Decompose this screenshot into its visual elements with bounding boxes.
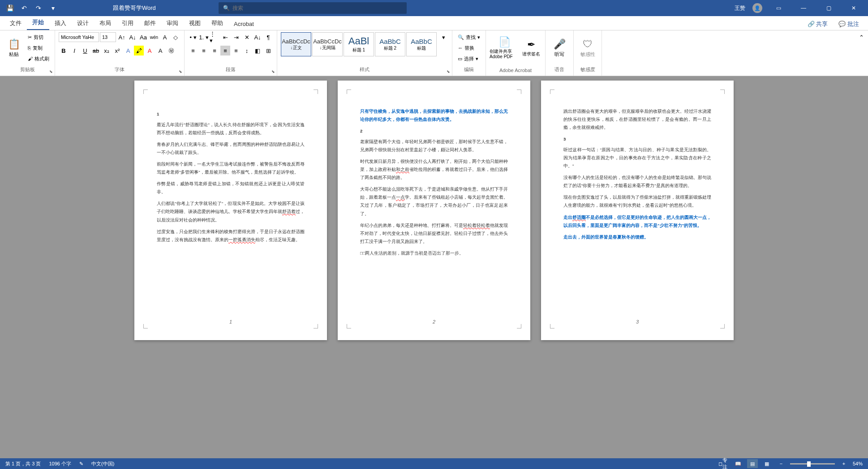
align-right-icon[interactable]: ≡ bbox=[210, 46, 219, 55]
web-layout-icon[interactable]: ▦ bbox=[761, 459, 772, 468]
dictate-button[interactable]: 🎤听写 bbox=[549, 32, 570, 64]
italic-icon[interactable]: I bbox=[69, 46, 79, 55]
numbering-icon[interactable]: 1. ▾ bbox=[199, 32, 209, 42]
document-area[interactable]: 1 最近几年流行"舒适圈理论"，说人长久待在舒服的环境下，会因为生活安逸而不想动… bbox=[0, 76, 868, 458]
read-mode-icon[interactable]: 📖 bbox=[733, 459, 743, 468]
decrease-indent-icon[interactable]: ⇤ bbox=[220, 32, 230, 42]
user-avatar-icon[interactable]: 👤 bbox=[752, 3, 762, 13]
style-no-spacing[interactable]: AaBbCcDc↓无间隔 bbox=[312, 32, 343, 56]
font-name-select[interactable] bbox=[59, 32, 99, 42]
tab-home[interactable]: 开始 bbox=[27, 16, 49, 30]
close-icon[interactable]: ✕ bbox=[845, 0, 863, 16]
tab-file[interactable]: 文件 bbox=[4, 17, 27, 30]
tab-view[interactable]: 视图 bbox=[184, 17, 206, 30]
create-pdf-button[interactable]: 📄创建并共享 Adobe PDF bbox=[490, 32, 519, 64]
highlight-icon[interactable]: 🖍 bbox=[134, 46, 144, 55]
increase-indent-icon[interactable]: ⇥ bbox=[231, 32, 241, 42]
justify-icon[interactable]: ≡ bbox=[220, 46, 230, 55]
grow-font-icon[interactable]: A↑ bbox=[117, 32, 127, 42]
multilevel-list-icon[interactable]: ⋮ ▾ bbox=[210, 32, 219, 42]
body-text: 前段时间有个新闻，一名大学生三场考试接连作弊，被警告后不悔改反而辱骂监考老师"多… bbox=[157, 160, 305, 176]
zoom-out-icon[interactable]: − bbox=[776, 459, 786, 468]
superscript-icon[interactable]: x² bbox=[112, 46, 122, 55]
share-button[interactable]: 🔗 共享 bbox=[804, 18, 832, 30]
replace-button[interactable]: ↔替换 bbox=[456, 43, 482, 53]
zoom-in-icon[interactable]: + bbox=[838, 459, 849, 468]
tab-references[interactable]: 引用 bbox=[116, 17, 139, 30]
asian-layout-icon[interactable]: ✕ bbox=[242, 32, 252, 42]
show-marks-icon[interactable]: ¶ bbox=[263, 32, 273, 42]
language[interactable]: 中文(中国) bbox=[91, 460, 114, 467]
borders-icon[interactable]: ⊞ bbox=[263, 46, 273, 55]
paste-button[interactable]: 📋 粘贴 bbox=[4, 32, 24, 64]
styles-more-icon[interactable]: ▾ bbox=[438, 32, 448, 42]
tab-help[interactable]: 帮助 bbox=[206, 17, 228, 30]
subscript-icon[interactable]: x₂ bbox=[102, 46, 112, 55]
format-painter-button[interactable]: 🖌格式刷 bbox=[26, 54, 51, 64]
align-left-icon[interactable]: ≡ bbox=[188, 46, 198, 55]
text-effects-icon[interactable]: A bbox=[123, 46, 133, 55]
bold-icon[interactable]: B bbox=[59, 46, 69, 55]
request-sign-button[interactable]: ✒请求签名 bbox=[521, 32, 541, 64]
qat-dropdown-icon[interactable]: ▾ bbox=[47, 2, 59, 14]
maximize-icon[interactable]: ▢ bbox=[820, 0, 838, 16]
search-input[interactable] bbox=[232, 5, 402, 11]
underline-icon[interactable]: U bbox=[80, 46, 90, 55]
zoom-level[interactable]: 54% bbox=[853, 461, 863, 466]
line-spacing-icon[interactable]: ↕ bbox=[242, 46, 252, 55]
dialog-launcher-icon[interactable]: ⬊ bbox=[271, 69, 275, 74]
tab-design[interactable]: 设计 bbox=[72, 17, 94, 30]
scissors-icon: ✂ bbox=[28, 34, 32, 40]
dialog-launcher-icon[interactable]: ⬊ bbox=[49, 69, 53, 74]
style-heading2[interactable]: AaBbC标题 2 bbox=[375, 32, 405, 56]
minimize-icon[interactable]: — bbox=[795, 0, 812, 16]
copy-button[interactable]: ⎘复制 bbox=[26, 43, 51, 53]
page-2[interactable]: 只有守住棱角，从安逸中逃脱，去探索新的事物，去挑战新的未知，那么无论你的年纪多大… bbox=[338, 81, 530, 340]
focus-mode-button[interactable]: ◻ 专注 bbox=[718, 459, 729, 468]
char-shading-icon[interactable]: A bbox=[155, 46, 165, 55]
page-1[interactable]: 1 最近几年流行"舒适圈理论"，说人长久待在舒服的环境下，会因为生活安逸而不想动… bbox=[134, 81, 327, 340]
save-icon[interactable]: 💾 bbox=[4, 2, 16, 14]
comments-button[interactable]: 💬 批注 bbox=[835, 18, 863, 30]
style-title[interactable]: AaBbC标题 bbox=[406, 32, 437, 56]
sort-icon[interactable]: A↓ bbox=[253, 32, 262, 42]
tab-mailings[interactable]: 邮件 bbox=[139, 17, 161, 30]
spell-check-icon[interactable]: ✎ bbox=[79, 461, 83, 467]
shrink-font-icon[interactable]: A↓ bbox=[128, 32, 138, 42]
font-size-select[interactable] bbox=[100, 32, 116, 42]
ribbon-display-icon[interactable]: ▭ bbox=[769, 0, 787, 16]
clear-format-icon[interactable]: ◇ bbox=[171, 32, 180, 42]
font-color-icon[interactable]: A bbox=[145, 46, 155, 55]
dialog-launcher-icon[interactable]: ⬊ bbox=[179, 69, 182, 74]
sensitivity-button[interactable]: 🛡敏感性 bbox=[577, 32, 598, 64]
phonetic-guide-icon[interactable]: wén bbox=[149, 32, 159, 42]
search-box[interactable]: 🔍 bbox=[219, 2, 407, 14]
enclose-char-icon[interactable]: ㊙ bbox=[166, 46, 176, 55]
word-count[interactable]: 1096 个字 bbox=[49, 460, 71, 467]
char-border-icon[interactable]: A bbox=[160, 32, 170, 42]
style-heading1[interactable]: AaBl标题 1 bbox=[344, 32, 374, 56]
tab-layout[interactable]: 布局 bbox=[94, 17, 116, 30]
tab-acrobat[interactable]: Acrobat bbox=[228, 18, 259, 30]
tab-insert[interactable]: 插入 bbox=[49, 17, 72, 30]
strikethrough-icon[interactable]: ab bbox=[91, 46, 101, 55]
print-layout-icon[interactable]: ▤ bbox=[747, 459, 758, 468]
zoom-slider[interactable] bbox=[790, 463, 835, 465]
bullets-icon[interactable]: • ▾ bbox=[188, 32, 198, 42]
cut-button[interactable]: ✂剪切 bbox=[26, 32, 51, 42]
collapse-ribbon-icon[interactable]: ⌃ bbox=[856, 32, 866, 42]
shading-icon[interactable]: ◧ bbox=[253, 46, 262, 55]
undo-icon[interactable]: ↶ bbox=[18, 2, 30, 14]
distribute-icon[interactable]: ≡ bbox=[231, 46, 241, 55]
page-number: 2 bbox=[433, 317, 435, 327]
page-count[interactable]: 第 1 页，共 3 页 bbox=[5, 460, 41, 467]
align-center-icon[interactable]: ≡ bbox=[199, 46, 209, 55]
redo-icon[interactable]: ↷ bbox=[32, 2, 45, 14]
find-button[interactable]: 🔍查找 ▾ bbox=[456, 32, 482, 42]
tab-review[interactable]: 审阅 bbox=[161, 17, 184, 30]
select-button[interactable]: ▭选择 ▾ bbox=[456, 54, 482, 64]
change-case-icon[interactable]: Aa bbox=[138, 32, 148, 42]
page-3[interactable]: 跳出舒适圈会有更大的艰辛，但克服艰辛后的收获也会更大。经过汗水浇灌的快乐往往更快… bbox=[541, 81, 734, 340]
style-normal[interactable]: AaBbCcDc↓正文 bbox=[281, 32, 311, 56]
dialog-launcher-icon[interactable]: ⬊ bbox=[447, 69, 450, 74]
